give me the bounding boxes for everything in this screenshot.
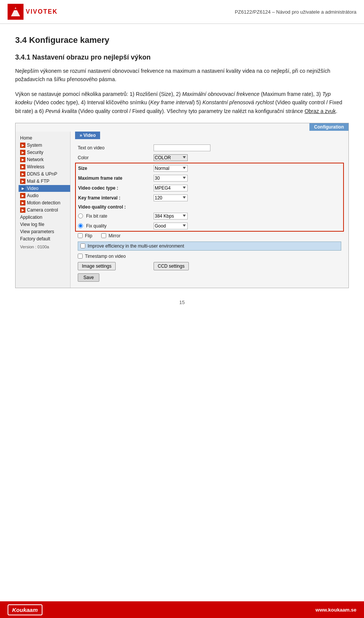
radio-fix-bit-rate-row: Fix bit rate xyxy=(78,213,149,219)
sidebar-item-application[interactable]: Application xyxy=(19,214,70,221)
cell-vqc-empty xyxy=(151,203,344,211)
cell-ccd-settings: CCD settings xyxy=(151,260,344,272)
sidebar: Home ▶ System ▶ Security ▶ Network ▶ Wir… xyxy=(16,132,71,288)
select-max-frame[interactable]: 30 15 10 5 1 xyxy=(154,175,188,182)
select-bit-rate[interactable]: 384 Kbps 256 Kbps 512 Kbps xyxy=(154,213,188,220)
radio-fix-quality[interactable] xyxy=(78,223,83,228)
sidebar-item-audio[interactable]: ▶ Audio xyxy=(19,192,70,199)
cell-size: Normal Large Small xyxy=(151,163,344,173)
select-color[interactable]: COLOR B&W xyxy=(154,154,188,161)
link-obraz-zvuk[interactable]: Obraz a zvuk xyxy=(304,108,336,114)
sidebar-icon-system: ▶ xyxy=(20,143,25,148)
checkbox-flip-row: Flip xyxy=(78,233,92,238)
section-heading-3-4-1: 3.4.1 Nastavení obrazu pro nejlepší výko… xyxy=(15,53,349,61)
svg-rect-1 xyxy=(13,9,18,10)
sidebar-item-wireless[interactable]: ▶ Wireless xyxy=(19,163,70,170)
checkbox-timestamp-row: Timestamp on video xyxy=(78,254,341,259)
row-max-frame-rate: Maximum frame rate 30 15 10 5 1 xyxy=(75,173,344,183)
row-save: Save xyxy=(75,272,344,283)
sidebar-label-mail: Mail & FTP xyxy=(27,179,49,184)
input-text-on-video[interactable] xyxy=(154,144,210,151)
koukaam-brand-text: Koukaam xyxy=(12,607,38,613)
sidebar-icon-ddns: ▶ xyxy=(20,171,25,177)
footer-url: www.koukaam.se xyxy=(315,607,356,613)
sidebar-icon-wireless: ▶ xyxy=(20,164,25,169)
sidebar-item-factory[interactable]: Factory default xyxy=(19,235,70,242)
checkbox-timestamp[interactable] xyxy=(78,254,83,259)
label-video-codec: Video codec type : xyxy=(75,183,151,193)
sidebar-label-video: Video xyxy=(27,186,38,191)
row-key-frame: Key frame interval : 120 60 30 xyxy=(75,193,344,203)
select-video-codec[interactable]: MPEG4 MJPEG xyxy=(154,185,188,191)
btn-ccd-settings[interactable]: CCD settings xyxy=(154,262,189,270)
sidebar-item-security[interactable]: ▶ Security xyxy=(19,149,70,156)
btn-image-settings[interactable]: Image settings xyxy=(78,262,116,270)
config-panel-title: Configuration xyxy=(309,123,348,131)
checkbox-mirror-row: Mirror xyxy=(101,233,120,238)
label-max-frame: Maximum frame rate xyxy=(75,173,151,183)
sidebar-label-motion: Motion detection xyxy=(27,200,60,205)
sidebar-label-audio: Audio xyxy=(27,193,39,198)
sidebar-item-system[interactable]: ▶ System xyxy=(19,142,70,149)
row-size: Size Normal Large Small xyxy=(75,163,344,173)
sidebar-label-view-log: View log file xyxy=(20,222,44,227)
label-key-frame: Key frame interval : xyxy=(75,193,151,203)
row-settings-buttons: Image settings CCD settings xyxy=(75,260,344,272)
italic-konstantni: Konstantní přenosová rychlost xyxy=(202,99,274,105)
sidebar-item-view-params[interactable]: View parameters xyxy=(19,228,70,235)
paragraph-2: Výkon se nastavuje pomocí několika param… xyxy=(15,90,349,115)
checkbox-mirror[interactable] xyxy=(101,233,106,238)
italic-max-frame: Maximální obnovovací frekvence xyxy=(182,91,259,97)
cell-improve: Improve efficiency in the multi-user env… xyxy=(75,240,344,252)
row-fix-bit-rate: Fix bit rate 384 Kbps 256 Kbps 512 Kbps xyxy=(75,211,344,221)
config-table: Text on video Color COLOR B&W xyxy=(75,143,344,283)
sidebar-item-ddns[interactable]: ▶ DDNS & UPnP xyxy=(19,171,70,177)
sidebar-label-wireless: Wireless xyxy=(27,164,44,169)
paragraph-1: Nejlepším výkonem se rozumí nastavení ob… xyxy=(15,67,349,84)
sidebar-label-network: Network xyxy=(27,157,44,162)
sidebar-label-camera: Camera control xyxy=(27,207,58,213)
row-fix-quality: Fix quality Good Fair Excellent xyxy=(75,221,344,231)
flip-mirror-group: Flip Mirror xyxy=(78,233,341,238)
checkbox-flip[interactable] xyxy=(78,233,83,238)
label-improve: Improve efficiency in the multi-user env… xyxy=(88,243,184,249)
koukaam-logo-box: Koukaam xyxy=(8,604,42,615)
sidebar-label-factory: Factory default xyxy=(20,236,50,242)
sidebar-item-camera[interactable]: ▶ Camera control xyxy=(19,207,70,213)
sidebar-label-view-params: View parameters xyxy=(20,229,54,234)
logo-area: VIVOTEK xyxy=(8,4,58,20)
radio-fix-bit-rate[interactable] xyxy=(78,213,83,218)
header-title: PZ6122/PZ6124 – Návod pro uživatele a ad… xyxy=(235,9,356,15)
row-vqc-label: Video quality control : xyxy=(75,203,344,211)
label-timestamp: Timestamp on video xyxy=(85,254,126,259)
sidebar-label-security: Security xyxy=(27,150,43,155)
checkbox-improve[interactable] xyxy=(80,243,85,248)
sidebar-icon-network: ▶ xyxy=(20,157,25,162)
cell-fix-quality-select: Good Fair Excellent xyxy=(151,221,344,231)
cell-save: Save xyxy=(75,272,151,283)
select-quality[interactable]: Good Fair Excellent xyxy=(154,223,188,229)
label-mirror: Mirror xyxy=(108,233,120,238)
sidebar-item-mail-ftp[interactable]: ▶ Mail & FTP xyxy=(19,178,70,185)
sidebar-item-view-log[interactable]: View log file xyxy=(19,221,70,228)
cell-text-on-video xyxy=(151,143,344,153)
label-text-on-video: Text on video xyxy=(75,143,151,153)
btn-save[interactable]: Save xyxy=(78,273,99,282)
sidebar-icon-camera: ▶ xyxy=(20,207,25,213)
main-content: 3.4 Konfigurace kamery 3.4.1 Nastavení o… xyxy=(0,24,364,317)
sidebar-item-video[interactable]: ▶ Video xyxy=(19,185,70,192)
select-size[interactable]: Normal Large Small xyxy=(154,165,188,172)
select-key-frame[interactable]: 120 60 30 xyxy=(154,194,188,201)
svg-marker-0 xyxy=(11,7,20,16)
koukaam-logo: Koukaam xyxy=(8,604,42,615)
sidebar-item-home[interactable]: Home xyxy=(19,135,70,141)
sidebar-item-motion[interactable]: ▶ Motion detection xyxy=(19,199,70,206)
page-number: 15 xyxy=(15,300,349,305)
row-text-on-video: Text on video xyxy=(75,143,344,153)
cell-fix-bit-rate-select: 384 Kbps 256 Kbps 512 Kbps xyxy=(151,211,344,221)
sidebar-item-network[interactable]: ▶ Network xyxy=(19,156,70,163)
panel-tab-video[interactable]: » Video xyxy=(75,132,100,139)
radio-fix-quality-row: Fix quality xyxy=(78,223,149,229)
panel-main: » Video Text on video Color xyxy=(71,132,348,288)
row-flip-mirror: Flip Mirror xyxy=(75,231,344,240)
